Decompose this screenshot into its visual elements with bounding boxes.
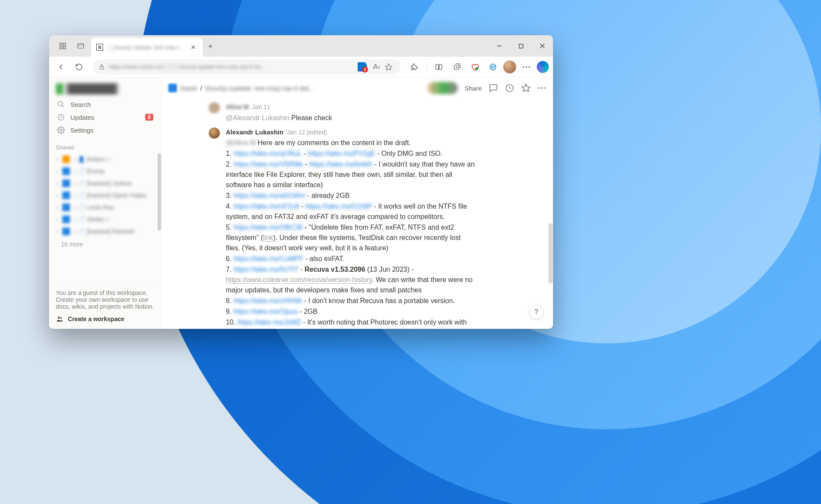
tab-close-button[interactable]: ✕ bbox=[189, 42, 198, 52]
svg-rect-1 bbox=[64, 43, 66, 45]
svg-point-21 bbox=[529, 66, 530, 67]
create-workspace-button[interactable]: Create a workspace bbox=[56, 315, 154, 323]
list-item[interactable]: ›› 📄 Stefan □ bbox=[53, 213, 157, 225]
sidebar-updates[interactable]: Updates 5 bbox=[53, 111, 157, 124]
svg-rect-0 bbox=[60, 43, 62, 45]
svg-marker-29 bbox=[522, 84, 530, 91]
notion-main: David / (hourly) (update: text-only) top… bbox=[161, 77, 553, 329]
svg-point-30 bbox=[538, 87, 540, 89]
page-icon bbox=[168, 84, 177, 92]
link[interactable]: https://take.ms/vFZy8 bbox=[234, 203, 299, 210]
external-link[interactable]: https://www.ccleaner.com/recuva/version-… bbox=[226, 276, 372, 284]
url-text: https://www.notion.so/░░░░/hourly-update… bbox=[109, 64, 358, 70]
back-button[interactable] bbox=[53, 59, 69, 75]
link[interactable]: https://take.ms/Ojsus bbox=[234, 308, 298, 315]
refresh-button[interactable] bbox=[71, 59, 87, 75]
address-bar[interactable]: https://www.notion.so/░░░░/hourly-update… bbox=[93, 59, 401, 75]
breadcrumb-page: (hourly) (update: text-only) top-5-dat..… bbox=[206, 85, 314, 92]
profile-avatar[interactable] bbox=[503, 61, 516, 73]
sidebar-updates-label: Updates bbox=[70, 114, 94, 121]
page-scrollbar[interactable] bbox=[548, 223, 553, 283]
health-icon[interactable] bbox=[467, 59, 483, 75]
favorite-star-icon[interactable] bbox=[383, 63, 395, 71]
link[interactable]: https://take.ms/V5RMe bbox=[234, 161, 303, 168]
svg-point-22 bbox=[58, 101, 63, 106]
sidebar-footer: You are a guest of this workspace. Creat… bbox=[49, 283, 161, 329]
svg-rect-4 bbox=[78, 44, 84, 49]
sidebar-scrollbar[interactable] bbox=[158, 153, 161, 231]
link[interactable]: https://take.ms/OBC38 bbox=[234, 224, 303, 231]
presence-avatars[interactable] bbox=[428, 82, 458, 94]
link[interactable]: https://take.ms/5UTiT bbox=[234, 266, 298, 273]
svg-point-20 bbox=[526, 66, 527, 67]
list-item[interactable]: ›› 📄 Emma bbox=[53, 165, 157, 177]
page-more-icon[interactable] bbox=[538, 87, 546, 89]
link[interactable]: https://take.ms/a5GWm bbox=[234, 192, 305, 199]
link[interactable]: https://take.ms/Jzi6D bbox=[237, 319, 301, 326]
sidebar-more[interactable]: 16 more bbox=[53, 237, 157, 251]
link[interactable]: https://take.ms/bnkth bbox=[309, 161, 373, 168]
copilot-icon[interactable] bbox=[537, 61, 549, 73]
list-item[interactable]: ›› 👤 Robert □ bbox=[53, 153, 157, 165]
notion-sidebar: Search Updates 5 Settings Shared ›› 👤 Ro… bbox=[49, 77, 161, 329]
history-icon[interactable] bbox=[505, 83, 514, 93]
clock-icon bbox=[57, 113, 65, 121]
read-aloud-icon[interactable]: A)) bbox=[371, 63, 383, 71]
new-tab-button[interactable]: ＋ bbox=[203, 35, 218, 57]
help-button[interactable]: ? bbox=[529, 305, 544, 319]
sidebar-settings[interactable]: Settings bbox=[53, 124, 157, 137]
link[interactable]: https://take.ms/G1NlP bbox=[305, 203, 372, 210]
tab-title: ░ (hourly) Update: text-only t... bbox=[107, 44, 189, 51]
comments-icon[interactable] bbox=[489, 83, 498, 93]
workspaces-icon[interactable] bbox=[58, 42, 67, 50]
close-window-button[interactable] bbox=[532, 35, 553, 57]
svg-rect-12 bbox=[436, 64, 438, 70]
avatar bbox=[209, 102, 220, 113]
list-item[interactable]: ›› 📄 [inactive] Ojesh-Yadav bbox=[53, 189, 157, 201]
updates-badge: 5 bbox=[145, 114, 153, 121]
more-menu-icon[interactable] bbox=[519, 59, 534, 75]
gear-icon bbox=[57, 126, 65, 134]
external-link[interactable]: link bbox=[263, 234, 274, 242]
list-item[interactable]: ›› 📄 [inactive] Joshua bbox=[53, 177, 157, 189]
mention[interactable]: @Alina M bbox=[226, 139, 256, 146]
extensions-icon[interactable] bbox=[407, 59, 422, 75]
svg-point-31 bbox=[541, 87, 543, 89]
page-topbar: David / (hourly) (update: text-only) top… bbox=[161, 77, 553, 99]
svg-rect-3 bbox=[64, 47, 66, 49]
workspace-switcher[interactable] bbox=[49, 77, 161, 97]
link[interactable]: https://take.ms/vHHNh bbox=[234, 297, 302, 304]
comment-date: Jan 11 bbox=[252, 103, 270, 112]
collections-icon[interactable] bbox=[449, 59, 465, 75]
svg-rect-13 bbox=[439, 64, 442, 70]
tab-overview-icon[interactable] bbox=[76, 42, 85, 50]
split-screen-icon[interactable] bbox=[431, 59, 447, 75]
favorite-icon[interactable] bbox=[521, 83, 531, 93]
sidebar-search[interactable]: Search bbox=[53, 98, 157, 111]
titlebar: N ░ (hourly) Update: text-only t... ✕ ＋ bbox=[49, 35, 553, 57]
comment-date: Jan 12 (edited) bbox=[287, 128, 327, 137]
browser-window: N ░ (hourly) Update: text-only t... ✕ ＋ … bbox=[49, 35, 553, 329]
list-item[interactable]: ›› 📄 [inactive] Ratnesh bbox=[53, 225, 157, 237]
shopping-badge-icon[interactable]: 2 bbox=[358, 62, 367, 72]
mention[interactable]: @Alexandr Lukashin bbox=[226, 114, 289, 121]
svg-rect-7 bbox=[519, 44, 523, 48]
svg-point-19 bbox=[523, 66, 524, 67]
sidebar-shared-list: ›› 👤 Robert □ ›› 📄 Emma ›› 📄 [inactive] … bbox=[49, 153, 161, 283]
breadcrumb[interactable]: David / (hourly) (update: text-only) top… bbox=[168, 84, 314, 92]
link[interactable]: https://take.ms/FV2gE bbox=[308, 150, 375, 157]
list-item[interactable]: ›› 📄 Levin-Roy bbox=[53, 201, 157, 213]
svg-point-27 bbox=[60, 317, 62, 319]
guest-notice: You are a guest of this workspace. Creat… bbox=[56, 289, 154, 310]
link[interactable]: https://take.ms/CuMPF bbox=[234, 255, 304, 262]
link[interactable]: https://take.ms/qORuL bbox=[234, 150, 302, 157]
minimize-button[interactable] bbox=[489, 35, 510, 57]
lock-icon bbox=[99, 64, 105, 70]
ie-mode-icon[interactable] bbox=[485, 59, 501, 75]
share-button[interactable]: Share bbox=[465, 85, 482, 92]
maximize-button[interactable] bbox=[510, 35, 532, 57]
sidebar-settings-label: Settings bbox=[70, 127, 94, 134]
browser-tab[interactable]: N ░ (hourly) Update: text-only t... ✕ bbox=[91, 38, 203, 57]
people-icon bbox=[56, 315, 64, 323]
svg-line-23 bbox=[62, 105, 64, 107]
